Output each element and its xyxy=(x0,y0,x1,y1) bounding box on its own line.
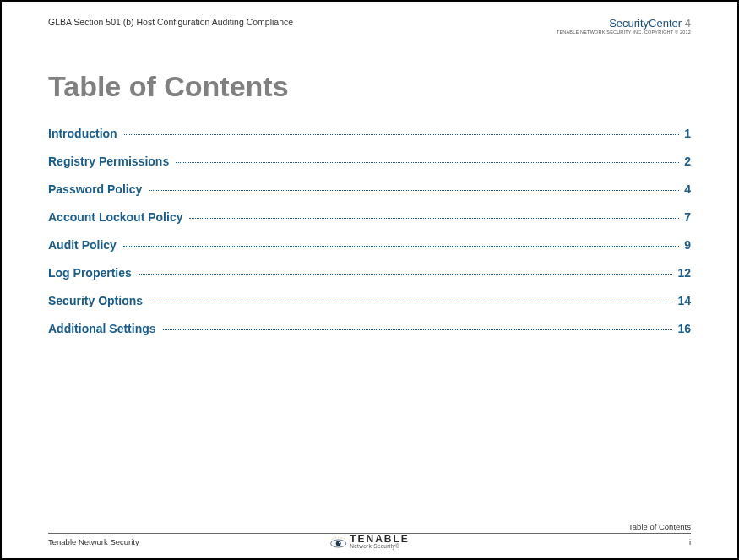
toc-label: Registry Permissions xyxy=(48,155,174,168)
toc-leader xyxy=(176,162,679,163)
toc-leader xyxy=(189,218,679,219)
toc-leader xyxy=(123,246,679,247)
toc-page-number: 12 xyxy=(674,266,691,280)
toc-page-number: 4 xyxy=(681,182,691,196)
logo-sub: Network Security® xyxy=(350,544,399,550)
toc-label: Log Properties xyxy=(48,266,137,280)
table-of-contents: Introduction1Registry Permissions2Passwo… xyxy=(48,127,691,335)
page-title: Table of Contents xyxy=(48,70,691,103)
page-footer: Table of Contents Tenable Network Securi… xyxy=(48,522,691,546)
toc-page-number: 14 xyxy=(674,294,691,307)
toc-label: Account Lockout Policy xyxy=(48,210,187,224)
footer-section-label: Table of Contents xyxy=(48,522,691,534)
toc-leader xyxy=(163,329,673,330)
toc-entry[interactable]: Password Policy4 xyxy=(48,182,691,196)
brand-block: SecurityCenter 4 TENABLE NETWORK SECURIT… xyxy=(557,17,691,35)
footer-page-number: i xyxy=(689,537,691,546)
toc-entry[interactable]: Account Lockout Policy7 xyxy=(48,210,691,224)
toc-leader xyxy=(149,190,679,191)
toc-entry[interactable]: Additional Settings16 xyxy=(48,322,691,335)
toc-entry[interactable]: Introduction1 xyxy=(48,127,691,140)
svg-line-3 xyxy=(340,537,341,539)
svg-point-6 xyxy=(335,541,340,546)
svg-line-1 xyxy=(334,537,335,539)
brand-name: SecurityCenter 4 xyxy=(557,17,691,30)
toc-entry[interactable]: Security Options14 xyxy=(48,294,691,307)
brand-text: SecurityCenter xyxy=(609,17,682,30)
svg-line-4 xyxy=(343,538,345,540)
toc-label: Audit Policy xyxy=(48,238,122,252)
toc-page-number: 9 xyxy=(681,238,691,252)
brand-version: 4 xyxy=(685,17,691,30)
toc-page-number: 16 xyxy=(674,322,691,335)
toc-label: Introduction xyxy=(48,127,122,140)
svg-point-7 xyxy=(338,542,340,544)
svg-line-0 xyxy=(331,538,333,540)
toc-page-number: 7 xyxy=(681,210,691,224)
page-header: GLBA Section 501 (b) Host Configuration … xyxy=(48,17,691,35)
toc-label: Additional Settings xyxy=(48,322,161,335)
toc-leader xyxy=(149,302,672,302)
toc-entry[interactable]: Registry Permissions2 xyxy=(48,155,691,168)
brand-copyright: TENABLE NETWORK SECURITY INC. COPYRIGHT … xyxy=(557,30,691,35)
toc-page-number: 1 xyxy=(681,127,691,140)
toc-entry[interactable]: Audit Policy9 xyxy=(48,238,691,252)
footer-company: Tenable Network Security xyxy=(48,537,139,546)
toc-leader xyxy=(124,134,680,135)
toc-leader xyxy=(139,274,673,275)
eye-icon xyxy=(329,536,346,547)
toc-entry[interactable]: Log Properties12 xyxy=(48,266,691,280)
toc-label: Security Options xyxy=(48,294,148,307)
toc-label: Password Policy xyxy=(48,182,147,196)
toc-page-number: 2 xyxy=(681,155,691,168)
doc-title: GLBA Section 501 (b) Host Configuration … xyxy=(48,17,293,27)
footer-logo: TENABLE Network Security® xyxy=(329,534,410,550)
